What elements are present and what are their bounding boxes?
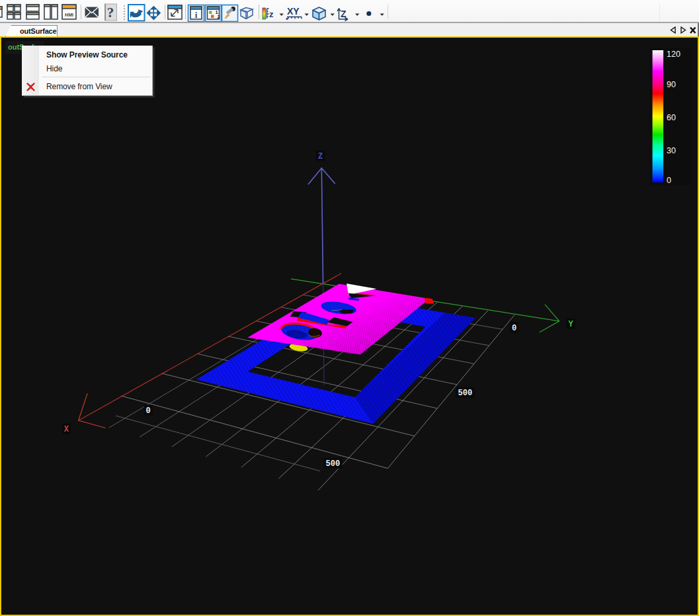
svg-text:0: 0 bbox=[512, 324, 516, 333]
svg-text:i: i bbox=[195, 10, 198, 20]
svg-text:?: ? bbox=[107, 5, 114, 20]
svg-text:X: X bbox=[64, 425, 69, 434]
svg-text:0: 0 bbox=[146, 406, 151, 416]
svg-text:0: 0 bbox=[667, 176, 671, 185]
svg-text:z: z bbox=[269, 9, 274, 19]
svg-text:2: 2 bbox=[218, 14, 220, 20]
svg-text:500: 500 bbox=[326, 459, 341, 469]
svg-text:120: 120 bbox=[667, 50, 680, 59]
svg-text:60: 60 bbox=[667, 113, 676, 122]
svg-text:XY: XY bbox=[287, 6, 300, 17]
svg-text:90: 90 bbox=[667, 80, 676, 89]
svg-text:Z: Z bbox=[341, 9, 347, 19]
svg-text:HMI: HMI bbox=[65, 13, 73, 17]
svg-text:500: 500 bbox=[458, 389, 473, 398]
svg-text:Y: Y bbox=[568, 320, 573, 329]
svg-text:30: 30 bbox=[667, 146, 676, 155]
svg-text:Z: Z bbox=[318, 152, 323, 161]
